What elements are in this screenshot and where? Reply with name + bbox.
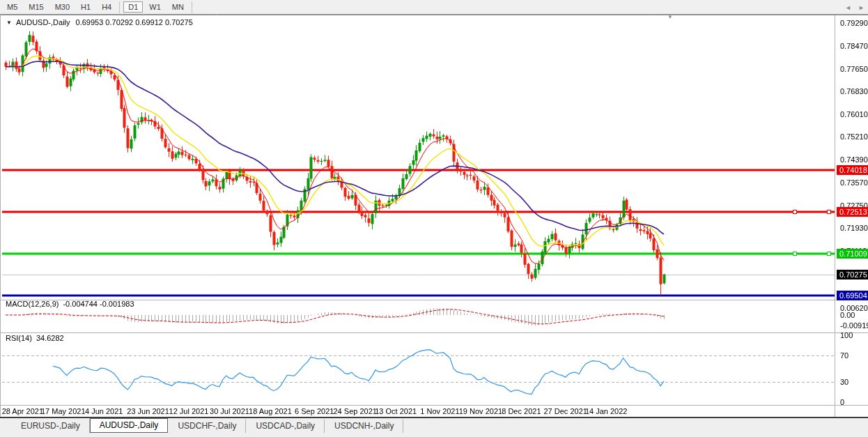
rsi-indicator-header: RSI(14)34.6282	[6, 334, 64, 342]
hline-price-label[interactable]: 0.72513	[837, 207, 868, 217]
rsi-scale-label: 0	[840, 398, 844, 406]
symbol-tab[interactable]: USDCNH-,Daily	[325, 419, 403, 434]
price-axis-label: 0.73570	[840, 178, 868, 187]
timeframe-button[interactable]: M5	[2, 1, 22, 13]
price-axis-label: 0.74390	[840, 155, 868, 164]
price-axis-label: 0.71930	[840, 224, 868, 232]
hline-price-label[interactable]: 0.71009	[837, 249, 868, 259]
timeframe-button[interactable]: H4	[97, 1, 116, 13]
tab-scroll-right-icon[interactable]: ►	[858, 4, 865, 11]
timeframe-button[interactable]: M30	[50, 1, 75, 13]
rsi-title: RSI(14)	[6, 334, 32, 342]
macd-title: MACD(12,26,9)	[6, 300, 59, 308]
timeframe-button[interactable]: MN	[167, 1, 189, 13]
macd-scale-label: 0.00	[840, 311, 855, 319]
hline-price-label[interactable]: 0.70275	[837, 270, 868, 279]
time-axis-label: 14 Jan 2022	[580, 407, 632, 415]
timeframe-button[interactable]: D1	[123, 1, 143, 13]
rsi-scale-label: 30	[840, 378, 848, 386]
tab-scroll-left-icon[interactable]: ◄	[845, 4, 851, 11]
hline-price-label[interactable]: 0.74018	[837, 165, 868, 175]
chart-shift-marker-icon[interactable]: ▼	[667, 14, 673, 20]
collapse-chart-icon[interactable]: ▼	[6, 20, 12, 26]
price-axis-label: 0.76830	[840, 87, 868, 95]
price-axis-label: 0.79290	[840, 19, 868, 27]
price-axis-label: 0.76010	[840, 110, 868, 118]
timeframe-button[interactable]: M15	[24, 1, 48, 13]
symbol-tab[interactable]: AUDUSD-,Daily	[90, 418, 169, 433]
macd-indicator-header: MACD(12,26,9)-0.004744 -0.001983	[6, 300, 134, 308]
rsi-scale-label: 100	[840, 331, 853, 339]
timeframe-button[interactable]: H1	[76, 1, 95, 13]
hline-price-label[interactable]: 0.69504	[837, 291, 868, 300]
macd-scale-label: -0.009197	[840, 321, 868, 330]
terminal-window: M5 M15 M30 H1 H4 D1 W1 MN ▼AUDUSD-,Daily…	[0, 0, 868, 437]
rsi-scale-label: 70	[840, 351, 848, 360]
macd-values: -0.004744 -0.001983	[63, 300, 134, 308]
symbol-tab[interactable]: USDCAD-,Daily	[246, 419, 325, 434]
symbol-tabbar: EURUSD-,Daily AUDUSD-,Daily USDCHF-,Dail…	[0, 418, 868, 437]
chart-symbol-label: AUDUSD-,Daily	[16, 18, 70, 26]
price-axis-label: 0.78470	[840, 42, 868, 50]
chart-canvas[interactable]	[0, 0, 868, 437]
price-axis-label: 0.77650	[840, 65, 868, 73]
price-axis-label: 0.75210	[840, 132, 868, 141]
timeframe-button[interactable]: W1	[144, 1, 166, 13]
symbol-tab[interactable]: USDCHF-,Daily	[168, 419, 246, 434]
chart-header: ▼AUDUSD-,Daily0.69953 0.70292 0.69912 0.…	[6, 18, 193, 26]
rsi-value: 34.6282	[36, 334, 64, 342]
symbol-tab[interactable]: EURUSD-,Daily	[11, 419, 90, 434]
timeframe-toolbar: M5 M15 M30 H1 H4 D1 W1 MN	[0, 0, 868, 15]
chart-quote-values: 0.69953 0.70292 0.69912 0.70275	[76, 18, 193, 26]
